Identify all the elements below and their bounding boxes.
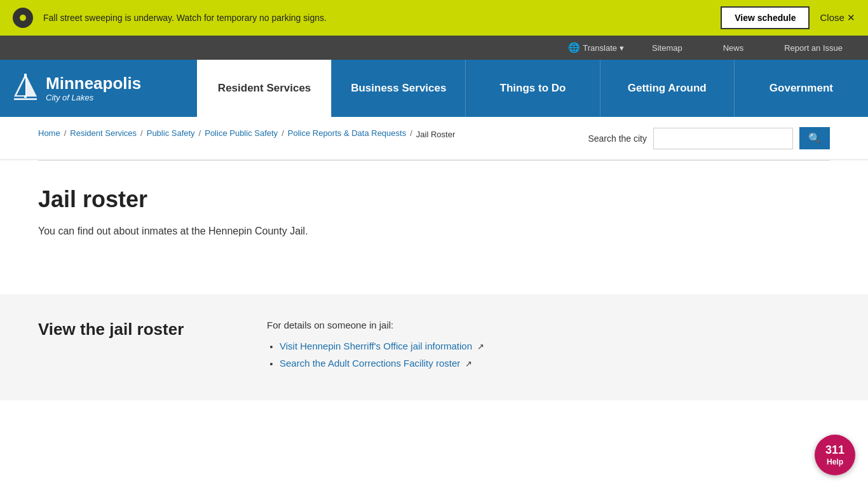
sailboat-icon [13,72,38,104]
alert-icon [13,8,33,28]
search-label: Search the city [588,133,647,144]
utility-nav: 🌐 Translate ▾ Sitemap News Report an Iss… [0,36,868,60]
alert-message: Fall street sweeping is underway. Watch … [43,13,710,23]
adult-corrections-link[interactable]: Search the Adult Corrections Facility ro… [280,358,460,369]
gray-section: View the jail roster For details on some… [0,294,868,400]
breadcrumb: Home / Resident Services / Public Safety… [38,127,588,139]
nav-item-getting-around[interactable]: Getting Around [600,60,734,117]
nav-item-business-services[interactable]: Business Services [331,60,465,117]
news-link[interactable]: News [710,36,757,60]
hennepin-jail-link[interactable]: Visit Hennepin Sherriff's Office jail in… [280,341,472,351]
nav-item-government[interactable]: Government [734,60,868,117]
search-input[interactable] [653,128,793,149]
translate-button[interactable]: 🌐 Translate ▾ [568,42,624,53]
logo[interactable]: Minneapolis City of Lakes [0,60,197,117]
chevron-down-icon: ▾ [620,43,624,53]
page-title: Jail roster [38,186,801,213]
report-issue-link[interactable]: Report an Issue [771,36,855,60]
view-schedule-button[interactable]: View schedule [721,6,810,29]
search-button[interactable]: 🔍 [799,127,830,149]
external-link-icon: ↗ [465,359,472,369]
roster-details-label: For details on someone in jail: [267,320,801,330]
breadcrumb-area: Home / Resident Services / Public Safety… [0,117,868,160]
page-intro: You can find out about inmates at the He… [38,226,801,237]
close-button[interactable]: Close ✕ [820,12,855,24]
list-item: Search the Adult Corrections Facility ro… [280,358,801,369]
breadcrumb-police-public-safety[interactable]: Police Public Safety [205,128,278,138]
list-item: Visit Hennepin Sherriff's Office jail in… [280,341,801,351]
breadcrumb-home[interactable]: Home [38,128,60,138]
roster-links: Visit Hennepin Sherriff's Office jail in… [267,341,801,369]
breadcrumb-resident-services[interactable]: Resident Services [70,128,137,138]
alert-banner: Fall street sweeping is underway. Watch … [0,0,868,36]
nav-item-resident-services[interactable]: Resident Services [197,60,331,117]
view-roster-title: View the jail roster [38,320,229,375]
nav-item-things-to-do[interactable]: Things to Do [465,60,599,117]
svg-marker-2 [17,78,25,95]
logo-text: Minneapolis City of Lakes [46,74,141,102]
main-nav: Minneapolis City of Lakes Resident Servi… [0,60,868,117]
breadcrumb-public-safety[interactable]: Public Safety [147,128,195,138]
sitemap-link[interactable]: Sitemap [639,36,695,60]
search-area: Search the city 🔍 [588,127,830,149]
nav-items: Resident Services Business Services Thin… [197,60,868,117]
breadcrumb-police-reports[interactable]: Police Reports & Data Requests [288,128,406,138]
breadcrumb-current: Jail Roster [416,130,455,139]
external-link-icon: ↗ [477,342,484,351]
globe-icon: 🌐 [568,42,580,53]
content-area: Jail roster You can find out about inmat… [0,161,839,294]
